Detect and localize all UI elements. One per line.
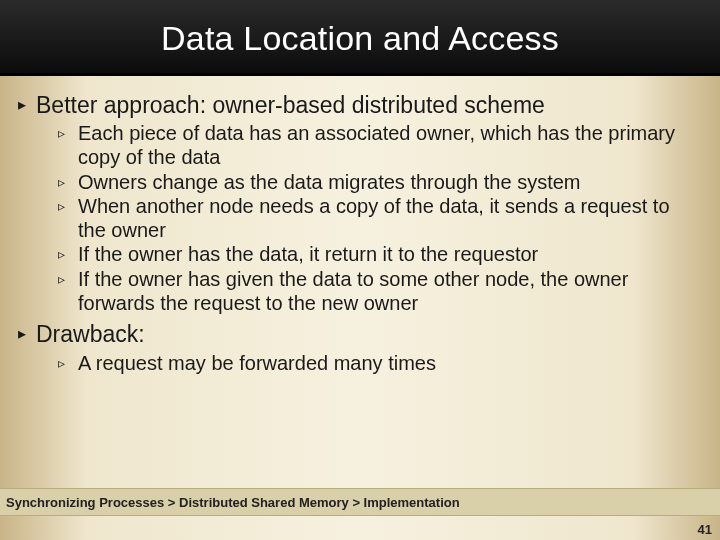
bullet-level2: ▹ Each piece of data has an associated o…: [58, 122, 702, 169]
triangle-right-icon: ▸: [18, 325, 36, 343]
slide-body: ▸ Better approach: owner-based distribut…: [0, 76, 720, 375]
triangle-right-open-icon: ▹: [58, 198, 78, 215]
bullet-level1: ▸ Drawback:: [18, 321, 702, 347]
triangle-right-open-icon: ▹: [58, 246, 78, 263]
triangle-right-open-icon: ▹: [58, 174, 78, 191]
slide: Data Location and Access ▸ Better approa…: [0, 0, 720, 540]
slide-title: Data Location and Access: [161, 19, 559, 58]
bullet-level2: ▹ Owners change as the data migrates thr…: [58, 171, 702, 195]
bullet-level2: ▹ If the owner has the data, it return i…: [58, 243, 702, 267]
bullet-text: Better approach: owner-based distributed…: [36, 92, 545, 118]
bullet-text: Drawback:: [36, 321, 145, 347]
breadcrumb: Synchronizing Processes > Distributed Sh…: [0, 488, 720, 516]
bullet-text: Owners change as the data migrates throu…: [78, 171, 581, 195]
sub-list: ▹ Each piece of data has an associated o…: [58, 122, 702, 315]
bullet-text: Each piece of data has an associated own…: [78, 122, 702, 169]
triangle-right-open-icon: ▹: [58, 125, 78, 142]
triangle-right-open-icon: ▹: [58, 355, 78, 372]
bullet-level2: ▹ When another node needs a copy of the …: [58, 195, 702, 242]
breadcrumb-text: Synchronizing Processes > Distributed Sh…: [6, 495, 460, 510]
bullet-level2: ▹ If the owner has given the data to som…: [58, 268, 702, 315]
title-bar: Data Location and Access: [0, 0, 720, 76]
bullet-level1: ▸ Better approach: owner-based distribut…: [18, 92, 702, 118]
triangle-right-icon: ▸: [18, 96, 36, 114]
bullet-text: If the owner has the data, it return it …: [78, 243, 538, 267]
bullet-text: A request may be forwarded many times: [78, 352, 436, 376]
page-number: 41: [698, 522, 712, 537]
bullet-text: When another node needs a copy of the da…: [78, 195, 702, 242]
bullet-level2: ▹ A request may be forwarded many times: [58, 352, 702, 376]
sub-list: ▹ A request may be forwarded many times: [58, 352, 702, 376]
triangle-right-open-icon: ▹: [58, 271, 78, 288]
bullet-text: If the owner has given the data to some …: [78, 268, 702, 315]
